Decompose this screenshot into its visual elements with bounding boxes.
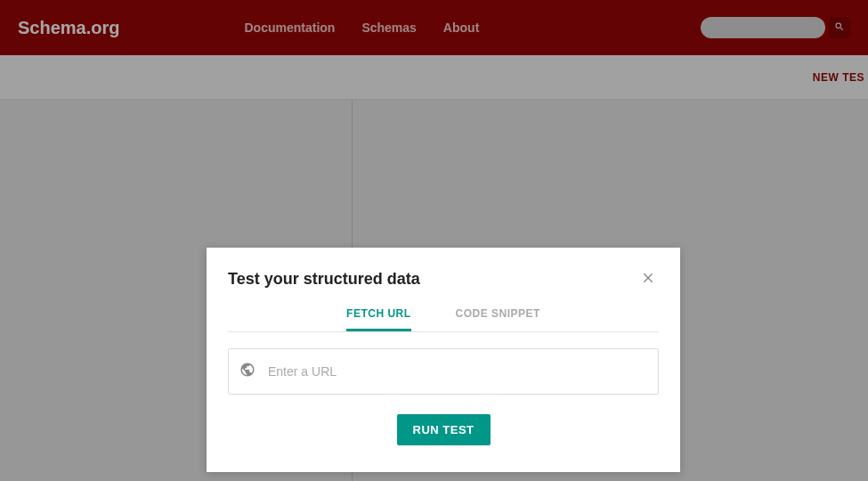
modal-title: Test your structured data	[228, 270, 420, 289]
test-modal: Test your structured data FETCH URL CODE…	[207, 248, 680, 472]
close-icon	[641, 274, 655, 288]
modal-header: Test your structured data	[228, 267, 659, 291]
globe-icon	[239, 362, 256, 381]
modal-tabs: FETCH URL CODE SNIPPET	[228, 307, 659, 332]
url-input[interactable]	[268, 364, 647, 379]
url-input-row	[228, 348, 659, 395]
close-button[interactable]	[637, 267, 659, 291]
tab-fetch-url[interactable]: FETCH URL	[346, 307, 411, 331]
tab-code-snippet[interactable]: CODE SNIPPET	[456, 307, 540, 331]
run-test-button[interactable]: RUN TEST	[397, 414, 491, 445]
